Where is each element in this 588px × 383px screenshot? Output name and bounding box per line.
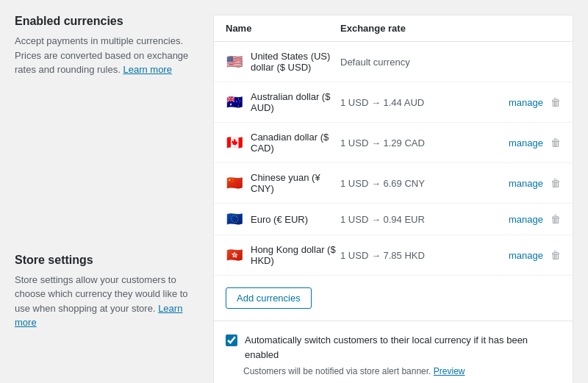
currency-name-text: Euro (€ EUR)	[251, 214, 308, 225]
currency-name-text: Chinese yuan (¥ CNY)	[251, 172, 340, 194]
col-actions-header	[487, 23, 561, 34]
enabled-currencies-section: Enabled currencies Accept payments in mu…	[15, 15, 191, 77]
currency-actions: manage🗑	[487, 137, 561, 148]
currency-name: 🇦🇺Australian dollar ($ AUD)	[226, 91, 340, 113]
manage-link[interactable]: manage	[509, 214, 543, 225]
currency-name-text: United States (US) dollar ($ USD)	[251, 51, 340, 73]
currency-rate: 1 USD → 1.44 AUD	[340, 97, 487, 108]
table-row: 🇨🇳Chinese yuan (¥ CNY)1 USD → 6.69 CNYma…	[214, 163, 573, 204]
manage-link[interactable]: manage	[509, 178, 543, 189]
delete-icon[interactable]: 🗑	[551, 177, 561, 189]
currency-name-text: Canadian dollar ($ CAD)	[251, 132, 340, 154]
left-panel: Enabled currencies Accept payments in mu…	[15, 15, 213, 383]
currency-flag: 🇨🇳	[226, 176, 243, 190]
table-row: 🇦🇺Australian dollar ($ AUD)1 USD → 1.44 …	[214, 82, 573, 123]
currency-rate: 1 USD → 6.69 CNY	[340, 178, 487, 189]
currency-actions: manage🗑	[487, 249, 561, 261]
delete-icon[interactable]: 🗑	[551, 96, 561, 108]
col-name-header: Name	[226, 23, 340, 34]
currency-actions: manage🗑	[487, 213, 561, 225]
currency-name: 🇭🇰Hong Kong dollar ($ HKD)	[226, 244, 340, 266]
auto-switch-row: Automatically switch customers to their …	[226, 333, 561, 362]
auto-switch-subtext: Customers will be notified via store ale…	[243, 366, 561, 376]
store-settings-title: Store settings	[15, 254, 191, 267]
enabled-currencies-title: Enabled currencies	[15, 15, 191, 28]
table-row: 🇭🇰Hong Kong dollar ($ HKD)1 USD → 7.85 H…	[214, 235, 573, 276]
delete-icon[interactable]: 🗑	[551, 213, 561, 225]
currency-name: 🇺🇸United States (US) dollar ($ USD)	[226, 51, 340, 73]
store-settings-desc: Store settings allow your customers to c…	[15, 273, 191, 330]
currency-flag: 🇭🇰	[226, 248, 243, 262]
col-rate-header: Exchange rate	[340, 23, 487, 34]
add-currencies-area: Add currencies	[214, 276, 573, 321]
currencies-table: Name Exchange rate 🇺🇸United States (US) …	[214, 15, 573, 276]
currency-rate: Default currency	[340, 57, 487, 68]
enabled-currencies-desc: Accept payments in multiple currencies. …	[15, 34, 191, 77]
currency-name-text: Australian dollar ($ AUD)	[251, 91, 340, 113]
manage-link[interactable]: manage	[509, 97, 543, 108]
currency-name: 🇨🇳Chinese yuan (¥ CNY)	[226, 172, 340, 194]
auto-switch-label: Automatically switch customers to their …	[245, 333, 561, 362]
preview-link[interactable]: Preview	[434, 366, 465, 376]
settings-area: Automatically switch customers to their …	[214, 321, 573, 383]
manage-link[interactable]: manage	[509, 137, 543, 148]
add-currencies-button[interactable]: Add currencies	[226, 287, 312, 309]
currency-name: 🇨🇦Canadian dollar ($ CAD)	[226, 132, 340, 154]
currency-actions: manage🗑	[487, 177, 561, 189]
currency-flag: 🇪🇺	[226, 212, 243, 226]
enabled-currencies-learn-more[interactable]: Learn more	[123, 64, 171, 75]
currency-name: 🇪🇺Euro (€ EUR)	[226, 212, 340, 226]
currency-rows-container: 🇺🇸United States (US) dollar ($ USD)Defau…	[214, 42, 573, 276]
currency-actions: manage🗑	[487, 96, 561, 108]
table-row: 🇨🇦Canadian dollar ($ CAD)1 USD → 1.29 CA…	[214, 123, 573, 163]
delete-icon[interactable]: 🗑	[551, 249, 561, 261]
currency-name-text: Hong Kong dollar ($ HKD)	[251, 244, 340, 266]
currency-flag: 🇺🇸	[226, 55, 243, 68]
table-row: 🇺🇸United States (US) dollar ($ USD)Defau…	[214, 42, 573, 82]
currency-flag: 🇦🇺	[226, 96, 243, 109]
auto-switch-checkbox[interactable]	[226, 334, 237, 346]
table-header: Name Exchange rate	[214, 15, 573, 42]
manage-link[interactable]: manage	[509, 250, 543, 261]
delete-icon[interactable]: 🗑	[551, 137, 561, 148]
store-settings-section: Store settings Store settings allow your…	[15, 254, 191, 330]
right-panel: Name Exchange rate 🇺🇸United States (US) …	[213, 15, 573, 383]
currency-rate: 1 USD → 0.94 EUR	[340, 214, 487, 225]
table-row: 🇪🇺Euro (€ EUR)1 USD → 0.94 EURmanage🗑	[214, 204, 573, 235]
currency-flag: 🇨🇦	[226, 136, 243, 149]
currency-rate: 1 USD → 7.85 HKD	[340, 250, 487, 261]
currency-rate: 1 USD → 1.29 CAD	[340, 137, 487, 148]
